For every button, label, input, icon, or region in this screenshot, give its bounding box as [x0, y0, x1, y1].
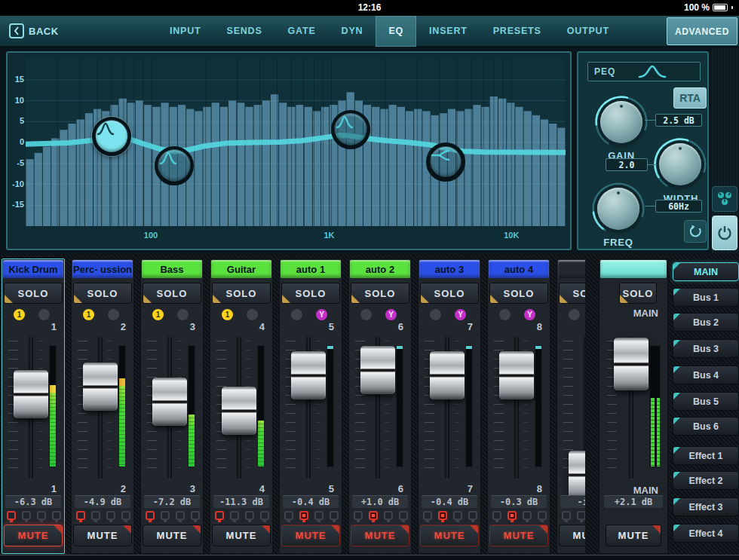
- fader-handle[interactable]: [152, 378, 187, 426]
- sidebar-item-bus-3[interactable]: Bus 3: [673, 339, 739, 358]
- rta-button[interactable]: RTA: [673, 87, 707, 109]
- mute-group-square: [52, 511, 61, 520]
- eq-node-1[interactable]: [92, 117, 131, 156]
- eq-node-3[interactable]: [331, 110, 370, 149]
- level-meter: [465, 345, 473, 467]
- power-button[interactable]: [712, 216, 737, 250]
- gain-knob[interactable]: [594, 95, 649, 149]
- mute-button[interactable]: MUTE: [420, 525, 479, 546]
- meter-idle-cap: [466, 346, 472, 349]
- fader-handle[interactable]: [569, 451, 585, 499]
- mute-group-square: [507, 511, 517, 520]
- solo-button[interactable]: SOLO: [212, 283, 271, 304]
- status-dot: [360, 309, 372, 320]
- fader-handle[interactable]: [222, 387, 256, 435]
- status-bar: 12:16 100 %: [0, 0, 739, 16]
- fader-handle[interactable]: [83, 363, 118, 411]
- channel-badge: 1: [152, 309, 164, 320]
- channel-number-bottom: 8: [537, 483, 542, 494]
- solo-button[interactable]: SOLO: [559, 283, 585, 304]
- channel-scribble-strip[interactable]: Guitar: [211, 260, 271, 278]
- channel-scribble-strip[interactable]: [558, 260, 585, 278]
- channel-number: 7: [468, 321, 473, 332]
- mute-button[interactable]: MUTE: [73, 525, 132, 546]
- back-chevron-icon: [9, 23, 24, 38]
- sidebar-item-effect-4[interactable]: Effect 4: [673, 524, 739, 543]
- sidebar-item-effect-2[interactable]: Effect 2: [673, 471, 739, 490]
- channel-scribble-strip[interactable]: Kick Drum: [3, 260, 63, 278]
- sidebar-item-effect-3[interactable]: Effect 3: [673, 497, 739, 516]
- solo-button[interactable]: SOLO: [4, 283, 63, 304]
- status-dot: [38, 309, 50, 320]
- mute-group-square: [423, 511, 432, 520]
- channel-scribble-strip[interactable]: Perc- ussion: [72, 260, 133, 278]
- tab-input[interactable]: INPUT: [157, 16, 214, 47]
- mute-button[interactable]: MUTE: [212, 525, 271, 546]
- solo-button[interactable]: SOLO: [420, 283, 479, 304]
- tab-eq[interactable]: EQ: [376, 16, 416, 47]
- main-fader-handle[interactable]: [614, 338, 649, 390]
- filter-type-selector[interactable]: PEQ: [587, 62, 701, 81]
- eq-node-2[interactable]: [155, 146, 194, 185]
- nav-bar: BACK INPUTSENDSGATEDYNEQINSERTPRESETSOUT…: [0, 16, 739, 47]
- gain-value: 2.5 dB: [655, 114, 702, 127]
- sidebar-item-main[interactable]: MAIN: [673, 262, 739, 281]
- fader-handle[interactable]: [499, 351, 534, 399]
- preamp-knobs-icon[interactable]: [712, 186, 737, 212]
- fader-zone: [2, 333, 65, 481]
- advanced-button[interactable]: ADVANCED: [667, 17, 737, 45]
- sidebar-item-bus-5[interactable]: Bus 5: [673, 392, 739, 411]
- sidebar-item-bus-2[interactable]: Bus 2: [673, 313, 739, 332]
- tab-sends[interactable]: SENDS: [214, 16, 275, 47]
- sidebar-item-bus-1[interactable]: Bus 1: [673, 288, 739, 307]
- channel-scribble-strip[interactable]: Bass: [142, 260, 202, 278]
- fader-handle[interactable]: [360, 346, 395, 394]
- channel-scribble-strip[interactable]: auto 2: [350, 260, 410, 278]
- main-mute-button[interactable]: MUTE: [606, 525, 661, 546]
- solo-button[interactable]: SOLO: [143, 283, 201, 304]
- mute-button[interactable]: MUTE: [143, 525, 201, 546]
- mute-button[interactable]: MUTE: [559, 525, 585, 546]
- mute-group-indicators: [72, 511, 134, 523]
- width-knob[interactable]: [653, 137, 707, 191]
- channel-badge: Y: [455, 309, 466, 320]
- fader-handle[interactable]: [291, 351, 326, 399]
- solo-button[interactable]: SOLO: [351, 283, 409, 304]
- tab-presets[interactable]: PRESETS: [480, 16, 554, 47]
- channel-number-bottom: 4: [259, 483, 265, 494]
- tab-insert[interactable]: INSERT: [416, 16, 480, 47]
- x-axis-tick: 10K: [504, 231, 519, 240]
- main-scribble-strip[interactable]: [600, 260, 667, 278]
- main-fader-zone: [599, 333, 663, 481]
- mute-button[interactable]: MUTE: [4, 525, 63, 546]
- channel-scribble-strip[interactable]: auto 4: [489, 260, 549, 278]
- solo-button[interactable]: SOLO: [281, 283, 340, 304]
- tab-output[interactable]: OUTPUT: [554, 16, 622, 47]
- mute-button[interactable]: MUTE: [281, 525, 340, 546]
- channel-scribble-strip[interactable]: auto 1: [281, 260, 341, 278]
- channel-strip-7: auto 3 SOLO 7 7 -0.4 dB MUTE Y: [418, 259, 481, 554]
- fader-zone: [419, 333, 481, 481]
- tab-gate[interactable]: GATE: [275, 16, 329, 47]
- channel-scribble-strip[interactable]: auto 3: [419, 260, 480, 278]
- meter-fill: [119, 386, 125, 467]
- back-button[interactable]: BACK: [9, 23, 59, 38]
- reset-button[interactable]: [684, 220, 707, 243]
- status-dot: [247, 309, 258, 320]
- fader-handle[interactable]: [14, 370, 48, 418]
- main-solo-button[interactable]: SOLO: [619, 283, 657, 304]
- sidebar-item-bus-4[interactable]: Bus 4: [673, 366, 739, 384]
- solo-button[interactable]: SOLO: [73, 283, 132, 304]
- freq-knob[interactable]: [591, 182, 645, 236]
- tab-dyn[interactable]: DYN: [329, 16, 376, 47]
- width-value: 2.0: [606, 158, 648, 171]
- mute-button[interactable]: MUTE: [351, 525, 409, 546]
- right-edge-column: [710, 48, 739, 253]
- fader-handle[interactable]: [430, 351, 465, 399]
- sidebar-item-effect-1[interactable]: Effect 1: [673, 446, 739, 465]
- mute-button[interactable]: MUTE: [489, 525, 548, 546]
- sidebar-item-bus-6[interactable]: Bus 6: [673, 417, 739, 436]
- solo-button[interactable]: SOLO: [489, 283, 548, 304]
- eq-node-4[interactable]: [426, 142, 465, 182]
- fader-zone: [72, 333, 134, 481]
